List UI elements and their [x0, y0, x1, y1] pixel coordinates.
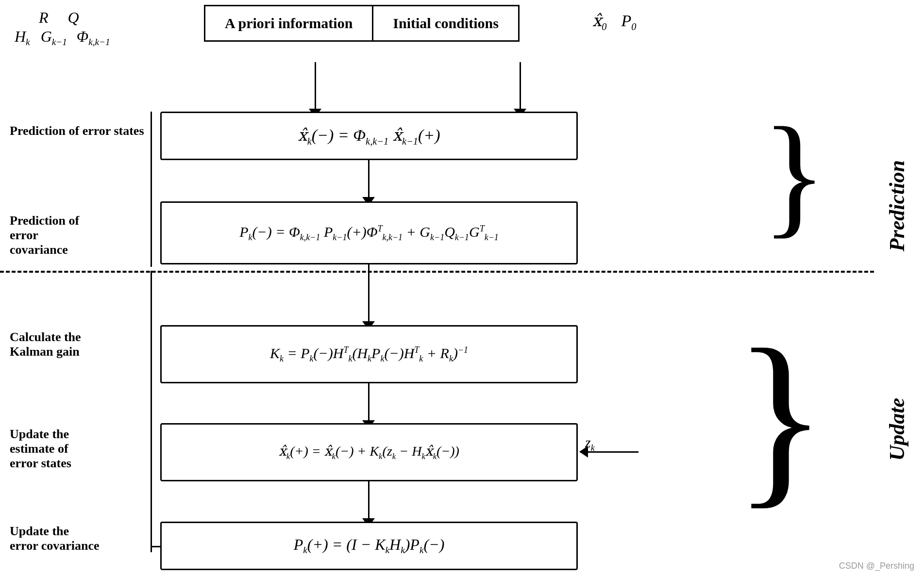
update-state-box: x̂k(+) = x̂k(−) + Kk(zk − Hkx̂k(−)) [160, 423, 578, 481]
apriori-box: A priori information [205, 6, 373, 40]
initial-label: Initial conditions [393, 15, 499, 31]
param-Gk1: Gk−1 [41, 28, 67, 48]
x0-param: x̂0 [592, 11, 606, 33]
param-R: R [39, 9, 49, 27]
prediction-cov-formula: Pk(−) = Φk,k−1 Pk−1(+)ΦTk,k−1 + Gk−1Qk−1… [230, 219, 508, 247]
prediction-cov-box: Pk(−) = Φk,k−1 Pk−1(+)ΦTk,k−1 + Gk−1Qk−1… [160, 201, 578, 264]
kalman-filter-diagram: R Q Hk Gk−1 Φk,k−1 A priori information … [0, 0, 924, 575]
param-Phi: Φk,k−1 [77, 28, 110, 48]
arrow-initial-down-line [520, 62, 521, 111]
arrow-box3-box4-line [368, 383, 370, 422]
arrow-apriori-down-line [315, 62, 316, 111]
label-kalman-gain: Calculate theKalman gain [10, 330, 151, 359]
top-info-box: A priori information Initial conditions [204, 5, 520, 42]
label-prediction-cov: Prediction oferrorcovariance [10, 214, 151, 257]
initial-conditions-box: Initial conditions [373, 6, 518, 40]
update-cov-formula: Pk(+) = (I − KkHk)Pk(−) [284, 531, 454, 560]
kalman-gain-box: Kk = Pk(−)HTk(HkPk(−)HTk + Rk)−1 [160, 325, 578, 383]
top-params-left: R Q Hk Gk−1 Φk,k−1 [15, 9, 110, 48]
prediction-state-formula: x̂k(−) = Φk,k−1 x̂k−1(+) [288, 120, 450, 152]
apriori-label: A priori information [225, 15, 353, 31]
prediction-state-box: x̂k(−) = Φk,k−1 x̂k−1(+) [160, 112, 578, 160]
label-update-state: Update theestimate oferror states [10, 427, 151, 471]
update-cov-box: Pk(+) = (I − KkHk)Pk(−) [160, 522, 578, 570]
arrow-box2-box3-line [368, 264, 370, 323]
zk-label: zk [585, 434, 595, 453]
prediction-label: Prediction [885, 160, 909, 251]
watermark: CSDN @_Pershing [839, 561, 914, 571]
kalman-gain-formula: Kk = Pk(−)HTk(HkPk(−)HTk + Rk)−1 [260, 340, 478, 369]
update-brace: } [734, 320, 827, 514]
dashed-divider [0, 271, 874, 273]
param-Hk: Hk [15, 28, 30, 48]
left-border-update [151, 271, 152, 552]
param-Q: Q [68, 9, 79, 27]
label-update-cov: Update theerror covariance [10, 524, 151, 553]
arrow-box4-box5-line [368, 481, 370, 520]
prediction-brace: } [762, 107, 827, 243]
arrow-box1-box2-line [368, 160, 370, 199]
P0-param: P0 [621, 12, 636, 33]
left-border-prediction [151, 112, 152, 267]
update-state-formula: x̂k(+) = x̂k(−) + Kk(zk − Hkx̂k(−)) [269, 438, 469, 466]
update-label: Update [885, 398, 909, 461]
initial-condition-values: x̂0 P0 [592, 11, 636, 33]
feedback-h-line [151, 546, 161, 547]
label-prediction-state: Prediction of error states [10, 124, 151, 138]
